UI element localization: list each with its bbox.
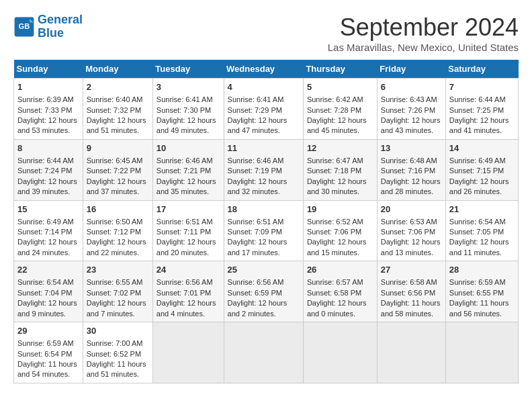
empty-cell [303,322,377,383]
calendar-week-5: 29Sunrise: 6:59 AMSunset: 6:54 PMDayligh… [14,322,519,383]
day-cell-26: 26Sunrise: 6:57 AMSunset: 6:58 PMDayligh… [303,261,377,322]
day-cell-7: 7Sunrise: 6:44 AMSunset: 7:25 PMDaylight… [445,79,518,140]
col-wednesday: Wednesday [224,60,303,79]
day-cell-28: 28Sunrise: 6:59 AMSunset: 6:55 PMDayligh… [445,261,518,322]
empty-cell [445,322,518,383]
day-cell-9: 9Sunrise: 6:45 AMSunset: 7:22 PMDaylight… [83,139,152,200]
day-cell-4: 4Sunrise: 6:41 AMSunset: 7:29 PMDaylight… [224,79,303,140]
calendar-table: Sunday Monday Tuesday Wednesday Thursday… [13,60,519,383]
page-title: September 2024 [328,13,519,42]
day-cell-15: 15Sunrise: 6:49 AMSunset: 7:14 PMDayligh… [14,200,83,261]
day-cell-13: 13Sunrise: 6:48 AMSunset: 7:16 PMDayligh… [377,139,445,200]
logo-icon: GB [13,16,35,38]
title-area: September 2024 Las Maravillas, New Mexic… [328,13,519,53]
day-cell-30: 30Sunrise: 7:00 AMSunset: 6:52 PMDayligh… [83,322,152,383]
logo-line1: General [38,13,83,26]
day-cell-10: 10Sunrise: 6:46 AMSunset: 7:21 PMDayligh… [152,139,224,200]
col-saturday: Saturday [445,60,518,79]
day-cell-20: 20Sunrise: 6:53 AMSunset: 7:06 PMDayligh… [377,200,445,261]
day-cell-27: 27Sunrise: 6:58 AMSunset: 6:56 PMDayligh… [377,261,445,322]
calendar-week-1: 1Sunrise: 6:39 AMSunset: 7:33 PMDaylight… [14,79,519,140]
calendar-week-4: 22Sunrise: 6:54 AMSunset: 7:04 PMDayligh… [14,261,519,322]
day-cell-8: 8Sunrise: 6:44 AMSunset: 7:24 PMDaylight… [14,139,83,200]
col-monday: Monday [83,60,152,79]
col-sunday: Sunday [14,60,83,79]
day-cell-3: 3Sunrise: 6:41 AMSunset: 7:30 PMDaylight… [152,79,224,140]
day-cell-11: 11Sunrise: 6:46 AMSunset: 7:19 PMDayligh… [224,139,303,200]
col-thursday: Thursday [303,60,377,79]
empty-cell [224,322,303,383]
col-tuesday: Tuesday [152,60,224,79]
day-cell-1: 1Sunrise: 6:39 AMSunset: 7:33 PMDaylight… [14,79,83,140]
calendar-week-3: 15Sunrise: 6:49 AMSunset: 7:14 PMDayligh… [14,200,519,261]
day-cell-21: 21Sunrise: 6:54 AMSunset: 7:05 PMDayligh… [445,200,518,261]
calendar-body: 1Sunrise: 6:39 AMSunset: 7:33 PMDaylight… [14,79,519,383]
day-cell-29: 29Sunrise: 6:59 AMSunset: 6:54 PMDayligh… [14,322,83,383]
empty-cell [377,322,445,383]
col-friday: Friday [377,60,445,79]
header-row: Sunday Monday Tuesday Wednesday Thursday… [14,60,519,79]
logo-line2: Blue [38,26,64,40]
day-cell-19: 19Sunrise: 6:52 AMSunset: 7:06 PMDayligh… [303,200,377,261]
empty-cell [152,322,224,383]
day-cell-16: 16Sunrise: 6:50 AMSunset: 7:12 PMDayligh… [83,200,152,261]
day-cell-12: 12Sunrise: 6:47 AMSunset: 7:18 PMDayligh… [303,139,377,200]
logo: GB General Blue [13,13,83,40]
day-cell-22: 22Sunrise: 6:54 AMSunset: 7:04 PMDayligh… [14,261,83,322]
svg-text:GB: GB [19,22,30,30]
header: GB General Blue September 2024 Las Marav… [13,13,519,53]
day-cell-6: 6Sunrise: 6:43 AMSunset: 7:26 PMDaylight… [377,79,445,140]
day-cell-18: 18Sunrise: 6:51 AMSunset: 7:09 PMDayligh… [224,200,303,261]
calendar-week-2: 8Sunrise: 6:44 AMSunset: 7:24 PMDaylight… [14,139,519,200]
day-cell-5: 5Sunrise: 6:42 AMSunset: 7:28 PMDaylight… [303,79,377,140]
day-cell-23: 23Sunrise: 6:55 AMSunset: 7:02 PMDayligh… [83,261,152,322]
day-cell-2: 2Sunrise: 6:40 AMSunset: 7:32 PMDaylight… [83,79,152,140]
page-subtitle: Las Maravillas, New Mexico, United State… [328,42,519,53]
day-cell-17: 17Sunrise: 6:51 AMSunset: 7:11 PMDayligh… [152,200,224,261]
day-cell-14: 14Sunrise: 6:49 AMSunset: 7:15 PMDayligh… [445,139,518,200]
day-cell-24: 24Sunrise: 6:56 AMSunset: 7:01 PMDayligh… [152,261,224,322]
day-cell-25: 25Sunrise: 6:56 AMSunset: 6:59 PMDayligh… [224,261,303,322]
